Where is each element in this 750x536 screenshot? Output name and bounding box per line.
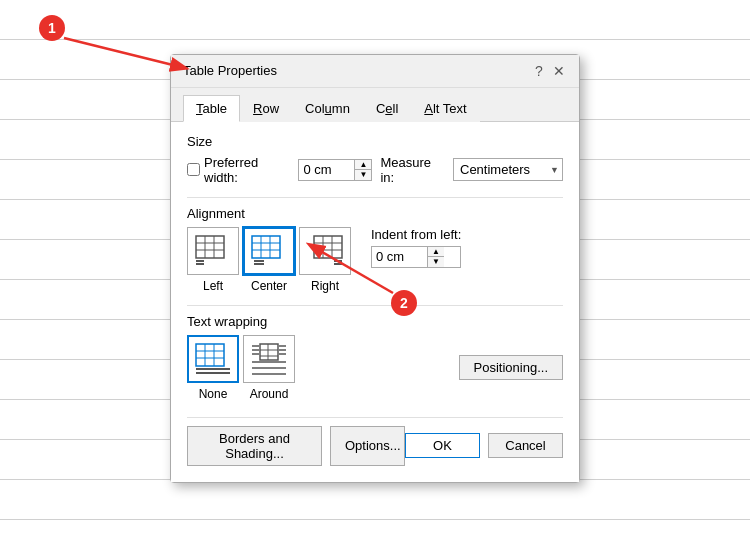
positioning-button[interactable]: Positioning... — [459, 355, 563, 380]
indent-spinner: ▲ ▼ — [427, 247, 444, 267]
size-row: Preferred width: ▲ ▼ Measure in: Centime… — [187, 155, 563, 185]
dialog-tabs: Table Row Column Cell Alt Text — [171, 88, 579, 122]
borders-shading-button[interactable]: Borders and Shading... — [187, 426, 322, 466]
preferred-width-input-wrapper: ▲ ▼ — [298, 159, 372, 181]
dialog-overlay: Table Properties ? ✕ Table Row Column Ce… — [0, 0, 750, 536]
alignment-options: Left — [187, 227, 351, 293]
preferred-width-up[interactable]: ▲ — [355, 160, 371, 170]
ok-button[interactable]: OK — [405, 433, 480, 458]
tab-row-label: Row — [253, 101, 279, 116]
preferred-width-checkbox-wrapper: Preferred width: — [187, 155, 290, 185]
align-right-icon[interactable] — [299, 227, 351, 275]
align-center-svg — [250, 234, 288, 268]
tab-table[interactable]: Table — [183, 95, 240, 122]
tab-cell[interactable]: Cell — [363, 95, 411, 122]
text-wrapping-label: Text wrapping — [187, 314, 563, 329]
measure-select[interactable]: Centimeters Inches Percent — [453, 158, 563, 181]
dialog-title: Table Properties — [183, 63, 277, 78]
align-left-svg — [194, 234, 232, 268]
cancel-button[interactable]: Cancel — [488, 433, 563, 458]
dialog-titlebar: Table Properties ? ✕ — [171, 55, 579, 88]
indent-up[interactable]: ▲ — [428, 247, 444, 257]
bottom-left-buttons: Borders and Shading... Options... — [187, 426, 405, 466]
measure-label: Measure in: — [380, 155, 445, 185]
preferred-width-down[interactable]: ▼ — [355, 170, 371, 180]
divider-1 — [187, 197, 563, 198]
wrap-around-option[interactable]: Around — [243, 335, 295, 401]
measure-select-wrapper: Centimeters Inches Percent — [453, 158, 563, 181]
alignment-section: Alignment — [187, 206, 563, 293]
align-left-icon[interactable] — [187, 227, 239, 275]
wrapping-row: None — [187, 335, 563, 401]
wrap-none-option[interactable]: None — [187, 335, 239, 401]
size-section: Size Preferred width: ▲ ▼ Measure in: — [187, 134, 563, 185]
alignment-label: Alignment — [187, 206, 563, 221]
table-properties-dialog: Table Properties ? ✕ Table Row Column Ce… — [170, 54, 580, 483]
tab-table-label: Table — [196, 101, 227, 116]
tab-column[interactable]: Column — [292, 95, 363, 122]
align-left-option[interactable]: Left — [187, 227, 239, 293]
wrap-around-label: Around — [250, 387, 289, 401]
align-center-option[interactable]: Center — [243, 227, 295, 293]
svg-rect-22 — [196, 344, 224, 366]
close-button[interactable]: ✕ — [551, 63, 567, 79]
dialog-content: Size Preferred width: ▲ ▼ Measure in: — [171, 122, 579, 482]
titlebar-buttons: ? ✕ — [531, 63, 567, 79]
preferred-width-label: Preferred width: — [204, 155, 290, 185]
wrap-none-icon[interactable] — [187, 335, 239, 383]
tab-alt-text[interactable]: Alt Text — [411, 95, 479, 122]
wrapping-options: None — [187, 335, 295, 401]
bottom-right-buttons: OK Cancel — [405, 433, 563, 458]
tab-column-label: Column — [305, 101, 350, 116]
svg-rect-8 — [252, 236, 280, 258]
align-right-svg — [306, 234, 344, 268]
indent-label: Indent from left: — [371, 227, 461, 242]
svg-rect-29 — [260, 344, 278, 360]
indent-input[interactable] — [372, 247, 427, 266]
wrap-none-label: None — [199, 387, 228, 401]
align-right-label: Right — [311, 279, 339, 293]
alignment-row: Left — [187, 227, 563, 293]
text-wrapping-section: Text wrapping — [187, 314, 563, 401]
divider-2 — [187, 305, 563, 306]
align-center-label: Center — [251, 279, 287, 293]
indent-input-wrapper: ▲ ▼ — [371, 246, 461, 268]
svg-rect-0 — [196, 236, 224, 258]
wrap-around-icon[interactable] — [243, 335, 295, 383]
wrap-around-svg — [250, 342, 288, 376]
options-button[interactable]: Options... — [330, 426, 405, 466]
align-right-option[interactable]: Right — [299, 227, 351, 293]
preferred-width-input[interactable] — [299, 160, 354, 179]
tab-cell-label: Cell — [376, 101, 398, 116]
bottom-row: Borders and Shading... Options... OK Can… — [187, 417, 563, 466]
tab-alt-text-label: Alt Text — [424, 101, 466, 116]
align-center-icon[interactable] — [243, 227, 295, 275]
help-button[interactable]: ? — [531, 63, 547, 79]
size-label: Size — [187, 134, 563, 149]
indent-down[interactable]: ▼ — [428, 257, 444, 267]
indent-section: Indent from left: ▲ ▼ — [371, 227, 461, 268]
svg-rect-15 — [314, 236, 342, 258]
wrap-none-svg — [194, 342, 232, 376]
preferred-width-spinner: ▲ ▼ — [354, 160, 371, 180]
preferred-width-checkbox[interactable] — [187, 163, 200, 176]
align-left-label: Left — [203, 279, 223, 293]
tab-row[interactable]: Row — [240, 95, 292, 122]
